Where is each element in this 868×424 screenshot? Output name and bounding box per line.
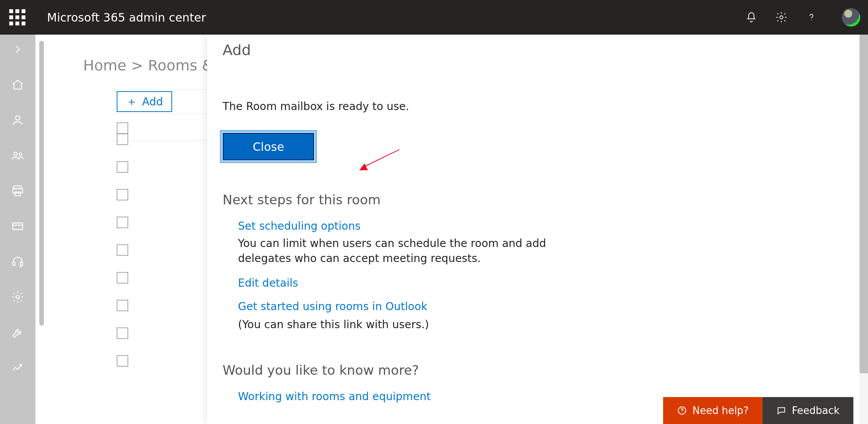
row-checkbox[interactable]	[117, 272, 128, 284]
table-row[interactable]	[112, 209, 128, 236]
row-checkbox[interactable]	[117, 134, 128, 145]
nav-card[interactable]	[10, 219, 25, 234]
panel-title: Add	[223, 42, 251, 58]
app-title: Microsoft 365 admin center	[47, 11, 206, 24]
nav-reports[interactable]	[10, 360, 25, 376]
svg-point-11	[16, 295, 20, 299]
svg-point-0	[780, 16, 783, 19]
row-checkbox[interactable]	[117, 300, 128, 311]
svg-point-1	[811, 20, 812, 21]
know-more-heading: Would you like to know more?	[223, 362, 841, 378]
table-row[interactable]	[112, 292, 128, 319]
content-scrollbar-track	[39, 41, 44, 326]
row-checkbox[interactable]	[117, 327, 128, 339]
svg-rect-8	[13, 223, 23, 230]
table-row[interactable]	[112, 181, 128, 209]
nav-settings[interactable]	[10, 289, 25, 305]
nav-billing[interactable]	[10, 183, 25, 199]
settings-button[interactable]	[774, 10, 789, 25]
edit-details-link[interactable]: Edit details	[238, 277, 298, 289]
working-rooms-link[interactable]: Working with rooms and equipment	[238, 390, 431, 403]
app-launcher-button[interactable]	[0, 0, 35, 35]
breadcrumb-sep: >	[126, 57, 148, 74]
outlook-link[interactable]: Get started using rooms in Outlook	[238, 300, 427, 313]
panel-scrollbar-thumb[interactable]	[860, 35, 868, 373]
bottom-bar: Need help? Feedback	[663, 397, 853, 424]
table-row[interactable]	[112, 153, 128, 181]
row-checkbox[interactable]	[117, 244, 128, 256]
gear-icon	[11, 290, 24, 304]
user-icon	[11, 114, 24, 127]
header-actions	[744, 0, 860, 35]
card-icon	[11, 220, 24, 233]
scheduling-description: You can limit when users can schedule th…	[238, 236, 585, 266]
plus-icon: ＋	[126, 96, 137, 107]
row-checkbox[interactable]	[117, 189, 128, 200]
breadcrumb-page: Rooms &	[148, 57, 213, 74]
content-scrollbar-thumb[interactable]	[39, 41, 44, 326]
table-row[interactable]	[112, 347, 128, 375]
table-row[interactable]	[112, 125, 128, 153]
notifications-button[interactable]	[744, 10, 759, 25]
help-button[interactable]	[804, 10, 819, 25]
set-scheduling-link[interactable]: Set scheduling options	[238, 220, 360, 232]
question-icon	[805, 11, 818, 23]
nav-support[interactable]	[10, 254, 25, 269]
svg-point-4	[19, 153, 22, 156]
nav-expand[interactable]	[10, 42, 25, 57]
breadcrumb: Home > Rooms &	[83, 57, 213, 74]
svg-point-2	[15, 116, 20, 120]
feedback-button[interactable]: Feedback	[762, 397, 853, 424]
svg-rect-6	[13, 189, 23, 193]
left-nav-rail	[0, 35, 35, 424]
need-help-button[interactable]: Need help?	[663, 397, 762, 424]
rooms-list	[112, 125, 128, 424]
nav-groups[interactable]	[10, 148, 25, 163]
chevron-right-icon	[11, 43, 24, 56]
account-avatar[interactable]	[842, 8, 860, 27]
svg-rect-9	[13, 262, 15, 265]
printer-icon	[11, 184, 24, 197]
headset-icon	[11, 255, 24, 268]
svg-point-3	[14, 152, 17, 156]
next-steps-heading: Next steps for this room	[223, 192, 841, 207]
svg-rect-10	[20, 262, 23, 265]
global-header: Microsoft 365 admin center	[0, 0, 868, 35]
chart-icon	[11, 361, 24, 374]
nav-setup[interactable]	[10, 325, 25, 340]
group-icon	[11, 149, 24, 162]
table-row[interactable]	[112, 236, 128, 264]
row-checkbox[interactable]	[117, 161, 128, 173]
admin-center-root: Microsoft 365 admin center	[0, 0, 868, 424]
panel-body: The Room mailbox is ready to use. Close …	[223, 100, 841, 403]
close-button[interactable]: Close	[223, 133, 314, 160]
wrench-icon	[11, 326, 24, 339]
chat-icon	[776, 406, 786, 416]
nav-users[interactable]	[10, 112, 25, 128]
nav-home[interactable]	[10, 77, 25, 92]
home-icon	[11, 78, 24, 91]
feedback-label: Feedback	[792, 405, 840, 416]
table-row[interactable]	[112, 264, 128, 292]
breadcrumb-home[interactable]: Home	[83, 57, 126, 74]
add-panel: Add The Room mailbox is ready to use. Cl…	[207, 35, 864, 424]
bell-icon	[745, 11, 757, 23]
gear-icon	[775, 11, 788, 23]
add-button[interactable]: ＋ Add	[117, 91, 172, 112]
row-checkbox[interactable]	[117, 355, 128, 367]
table-row[interactable]	[112, 319, 128, 347]
panel-scrollbar-track	[860, 35, 868, 424]
status-text: The Room mailbox is ready to use.	[223, 100, 841, 113]
waffle-icon	[9, 9, 25, 25]
add-button-label: Add	[142, 95, 163, 108]
question-circle-icon	[677, 406, 687, 416]
need-help-label: Need help?	[692, 405, 749, 416]
row-checkbox[interactable]	[117, 217, 128, 228]
svg-point-13	[682, 412, 682, 413]
outlook-note: (You can share this link with users.)	[238, 318, 841, 331]
svg-rect-7	[15, 192, 20, 196]
